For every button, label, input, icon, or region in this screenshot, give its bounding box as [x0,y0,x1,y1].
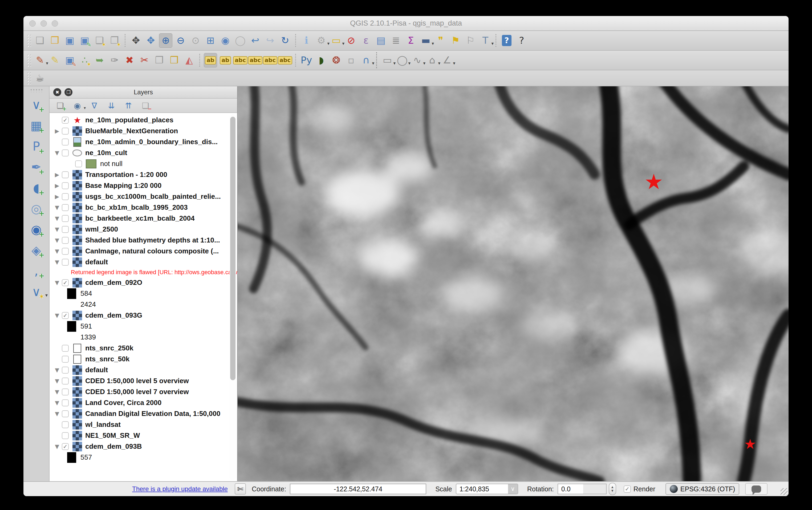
add-feature-button[interactable]: ∴✶ [78,53,91,67]
expander-icon[interactable]: ▼ [52,444,62,450]
layer-checkbox[interactable]: ✓ [62,117,69,124]
layer-row[interactable]: wl_landsat [50,419,237,430]
coordinate-input[interactable]: -122.542,52.474 [290,484,426,494]
layer-checkbox[interactable] [62,389,69,395]
label-pin-button[interactable]: ab [219,53,232,67]
node-tool-button[interactable]: ✑ [108,53,121,67]
text-annotation-button[interactable]: T▾ [479,33,492,48]
plugin-update-link[interactable]: There is a plugin update available [132,485,228,493]
toolbar-drag-handle[interactable] [27,72,31,84]
remove-layer-button[interactable]: ❏− [140,100,151,111]
layer-row[interactable]: ▼Shaded blue bathymetry depths at 1:10..… [50,235,237,246]
plugin-bean-button[interactable]: ◗ [315,53,328,67]
layer-row[interactable]: ▼✓cdem_dem_092O [50,277,237,288]
layer-row[interactable]: ▼✓cdem_dem_093B [50,441,237,452]
minimize-window-button[interactable] [40,20,47,27]
zoom-next-button[interactable]: ↪ [263,33,277,48]
current-edits-button[interactable]: ✎▾ [33,53,47,67]
layer-checkbox[interactable]: ✓ [62,279,69,286]
expander-icon[interactable]: ▼ [52,400,62,406]
layer-row[interactable]: ✓★ne_10m_populated_places [50,115,237,125]
delete-selected-button[interactable]: ✖ [123,53,136,67]
panel-close-icon[interactable]: ✖ [53,88,61,96]
layer-row[interactable]: ▼CDED 1:50,000 level 7 overview [50,386,237,397]
rotation-input[interactable]: 0.0 [558,484,607,494]
open-project-button[interactable]: ❒ [48,33,61,48]
zoom-last-button[interactable]: ↩ [249,33,262,48]
copy-features-button[interactable]: ❐ [153,53,166,67]
save-project-as-button[interactable]: ▣✎ [78,33,91,48]
layer-row[interactable]: ▼✓cdem_dem_093G [50,310,237,321]
measure-button[interactable]: ▬▾ [419,33,432,48]
expander-icon[interactable]: ▼ [52,204,62,211]
layer-checkbox[interactable] [62,410,69,417]
extents-icon[interactable]: ✄ [235,483,246,494]
layer-row[interactable]: nts_snrc_50k [50,353,237,365]
plugin-globe-button[interactable]: ❂ [329,53,343,67]
layer-checkbox[interactable] [62,204,69,211]
osm-tools-button[interactable]: ∩▾ [359,53,373,67]
filter-legend-button[interactable]: ∇ [88,100,100,111]
expander-icon[interactable]: ▼ [52,280,62,286]
refresh-map-button[interactable]: ↻ [279,33,292,48]
layer-checkbox[interactable] [62,421,69,428]
toolbar-drag-handle[interactable] [27,34,31,47]
expander-icon[interactable]: ▼ [52,248,62,254]
add-wcs-layer-button[interactable]: ◉+ [27,221,45,238]
field-calculator-button[interactable]: ≣ [389,33,403,48]
layer-row[interactable]: ▼Land Cover, Circa 2000 [50,397,237,408]
zoom-to-layer-button[interactable]: ◉ [219,33,232,48]
chevron-down-icon[interactable]: ∨ [508,484,518,494]
manage-layer-visibility-button[interactable]: ◉▾ [71,100,83,111]
layer-checkbox[interactable] [62,226,69,233]
layer-checkbox[interactable] [62,193,69,200]
layer-checkbox[interactable] [62,356,69,363]
layer-checkbox[interactable] [62,377,69,385]
layer-row[interactable]: nts_snrc_250k [50,343,237,353]
layer-row[interactable]: ▶usgs_bc_xc1000m_bcalb_painted_relie... [50,191,237,202]
toggle-editing-button[interactable]: ✎ [48,53,61,67]
expander-icon[interactable]: ▼ [52,367,62,373]
save-project-button[interactable]: ▣ [63,33,77,48]
zoom-to-selection-button[interactable]: ◯ [234,33,247,48]
composer-manager-button[interactable]: ❐✶ [108,33,121,48]
layer-row[interactable]: ne_10m_admin_0_boundary_lines_dis... [50,136,237,147]
map-tips-button[interactable]: ❞ [434,33,447,48]
show-bookmarks-button[interactable]: ⚐ [464,33,477,48]
render-checkbox[interactable]: ✓ [624,485,631,493]
layer-row[interactable]: ▶Base Mapping 1:20 000 [50,180,237,191]
new-shapefile-layer-button[interactable]: ∨✶▾ [27,283,45,301]
cut-features-button[interactable]: ✂ [138,53,151,67]
layer-row[interactable]: ▼Canadian Digital Elevation Data, 1:50,0… [50,408,237,419]
layer-labeling-button[interactable]: ab [204,53,217,67]
pan-to-selection-button[interactable]: ✥ [144,33,157,48]
expander-icon[interactable]: ▼ [52,410,62,417]
legend-checkbox[interactable] [75,161,82,167]
layer-row[interactable]: ▼default [50,257,237,267]
resize-grip[interactable] [781,488,787,495]
layers-scrollbar[interactable] [230,114,236,480]
select-features-button[interactable]: ▭▾ [329,33,343,48]
layer-row[interactable]: ▼bc_bc_xb1m_bcalb_1995_2003 [50,202,237,213]
layer-checkbox[interactable]: ✓ [62,443,69,450]
layer-row[interactable]: ▼CanImage, natural colours composite (..… [50,246,237,257]
draw-circle-button[interactable]: ◯▾ [396,53,409,67]
scale-combo[interactable]: 1:240,835 ∨ [456,484,518,494]
zoom-out-button[interactable]: ⊖ [174,33,187,48]
expander-icon[interactable]: ▶ [52,172,62,178]
paste-features-button[interactable]: ❒ [168,53,181,67]
layer-checkbox[interactable] [62,367,69,374]
expander-icon[interactable]: ▶ [52,128,62,134]
zoom-full-button[interactable]: ⊞ [204,33,217,48]
help-contents-button[interactable]: ? [500,33,513,48]
stream-digitizing-button[interactable]: ◭ [182,53,196,67]
layer-checkbox[interactable] [62,215,69,222]
azimuth-tool-button[interactable]: ∠▾ [440,53,454,67]
layer-row[interactable]: ▼CDED 1:50,000 level 5 overview [50,375,237,386]
draw-rectangle-button[interactable]: ▭▾ [381,53,394,67]
layer-checkbox[interactable] [62,128,69,135]
close-window-button[interactable] [29,20,36,27]
new-bookmark-button[interactable]: ⚑ [449,33,462,48]
add-vector-layer-button[interactable]: ∨+ [27,96,45,114]
add-mssql-layer-button[interactable]: ◖+ [27,179,45,197]
